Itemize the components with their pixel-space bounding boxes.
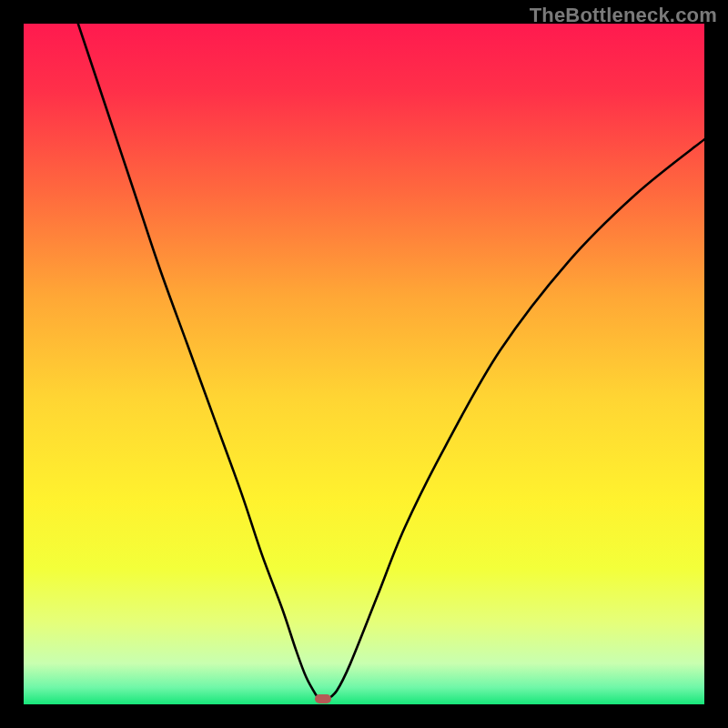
chart-frame: TheBottleneck.com: [0, 0, 728, 728]
optimal-marker: [315, 694, 331, 703]
chart-bg: [24, 24, 704, 704]
bottleneck-chart: [24, 24, 704, 704]
